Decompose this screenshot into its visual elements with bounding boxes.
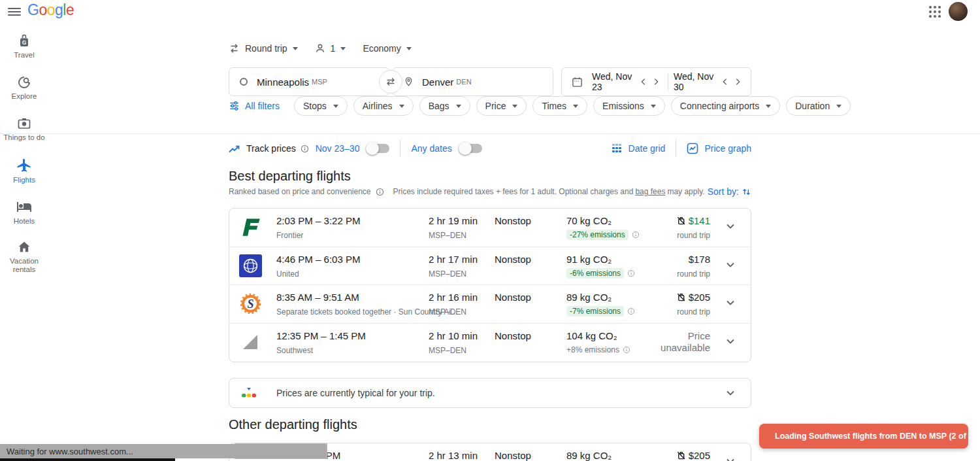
sidebar-item-label: Hotels: [0, 217, 48, 226]
filter-chip-emissions[interactable]: Emissions: [593, 96, 665, 116]
track-prices-toggle[interactable]: [367, 144, 389, 153]
filter-chip-bags[interactable]: Bags: [419, 96, 470, 116]
flight-stops: Nonstop: [495, 254, 566, 265]
toggle-knob: [366, 142, 379, 155]
trip-controls: Round trip 1 Economy: [229, 43, 429, 54]
flight-times: 8:35 AM – 9:51 AM: [276, 292, 429, 303]
price-note: round trip: [677, 231, 710, 240]
info-icon[interactable]: [627, 269, 635, 277]
filter-chip-times[interactable]: Times: [532, 96, 587, 116]
sidebar-item-label: Travel: [0, 51, 48, 60]
filter-chip-airlines[interactable]: Airlines: [353, 96, 414, 116]
return-date[interactable]: Wed, Nov 30: [674, 71, 744, 92]
filter-chip-connecting-airports[interactable]: Connecting airports: [671, 96, 780, 116]
person-icon: [315, 43, 325, 54]
flight-route: MSP–DEN: [429, 346, 495, 355]
flight-duration: 2 hr 13 min: [429, 450, 495, 461]
chevron-left-icon: [721, 77, 730, 86]
flight-duration: 2 hr 16 min: [429, 292, 495, 303]
chevron-down-icon: [651, 105, 656, 108]
sort-arrows-icon: [742, 187, 751, 197]
return-date-prev-button[interactable]: [719, 75, 732, 89]
flight-stops: Nonstop: [495, 330, 566, 341]
origin-field[interactable]: Minneapolis MSP: [229, 67, 389, 96]
info-icon[interactable]: [632, 231, 640, 239]
camera-icon: [17, 116, 31, 131]
all-filters-button[interactable]: All filters: [229, 101, 280, 111]
svg-text:G: G: [22, 39, 27, 46]
emissions-badge: -27% emissions: [566, 230, 629, 240]
trip-type-select[interactable]: Round trip: [229, 43, 298, 54]
sidebar-item-travel[interactable]: G Travel: [0, 34, 48, 60]
hotels-icon: [16, 199, 32, 214]
any-dates-toggle[interactable]: [460, 144, 482, 153]
expand-insight-button[interactable]: [710, 387, 751, 399]
filter-chip-price[interactable]: Price: [476, 96, 527, 116]
flight-airline: Separate tickets booked together · Sun C…: [276, 307, 429, 316]
info-icon[interactable]: [623, 346, 630, 354]
flight-row-united[interactable]: 4:46 PM – 6:03 PM United 2 hr 17 min MSP…: [229, 247, 751, 286]
chevron-right-icon: [733, 77, 742, 86]
chevron-down-icon: [399, 105, 404, 108]
swap-route-button[interactable]: [379, 70, 402, 94]
passengers-select[interactable]: 1: [315, 43, 346, 54]
expand-flight-button[interactable]: [710, 285, 751, 323]
loading-toast-text: Loading Southwest flights from DEN to MS…: [775, 432, 975, 441]
sidebar-item-things-to-do[interactable]: Things to do: [0, 116, 48, 142]
price-graph-button[interactable]: Price graph: [687, 143, 751, 154]
apps-grid-icon[interactable]: [929, 6, 941, 18]
sun-country-logo: S: [239, 292, 262, 315]
flights-icon: [16, 158, 32, 173]
sidebar-item-explore[interactable]: Explore: [0, 75, 48, 101]
flight-co2: 70 kg CO₂: [566, 215, 658, 226]
google-logo[interactable]: Google: [27, 1, 74, 19]
location-pin-icon: [404, 76, 414, 88]
passengers-value: 1: [331, 43, 336, 54]
expand-flight-button[interactable]: [710, 247, 751, 285]
flight-duration: 2 hr 10 min: [429, 330, 495, 341]
bag-fees-link[interactable]: bag fees: [635, 187, 665, 196]
expand-flight-button[interactable]: [710, 443, 751, 461]
best-flights-list: 2:03 PM – 3:22 PM Frontier 2 hr 19 min M…: [229, 208, 751, 362]
depart-date[interactable]: Wed, Nov 23: [592, 71, 662, 92]
info-icon[interactable]: [376, 188, 384, 196]
chevron-down-icon: [725, 220, 736, 232]
flight-stops: Nonstop: [495, 292, 566, 303]
date-grid-icon: [611, 143, 623, 154]
depart-date-next-button[interactable]: [650, 75, 662, 89]
destination-field[interactable]: Denver DEN: [393, 67, 553, 96]
flight-stops: Nonstop: [495, 215, 566, 226]
sidebar-item-hotels[interactable]: Hotels: [0, 199, 48, 226]
cabin-class-select[interactable]: Economy: [363, 43, 411, 54]
filter-chip-stops[interactable]: Stops: [294, 96, 348, 116]
avatar[interactable]: [949, 2, 968, 21]
date-grid-button[interactable]: Date grid: [611, 143, 666, 154]
sidebar-item-vacation-rentals[interactable]: Vacation rentals: [0, 240, 48, 274]
filter-chip-duration[interactable]: Duration: [786, 96, 851, 116]
loading-toast: Loading Southwest flights from DEN to MS…: [759, 424, 968, 449]
menu-icon[interactable]: [8, 6, 21, 18]
price-insight-text: Prices are currently typical for your tr…: [276, 388, 710, 398]
info-icon[interactable]: [627, 307, 635, 315]
track-prices-label: Track prices: [246, 143, 296, 154]
chevron-down-icon: [766, 105, 771, 108]
sidebar-item-flights[interactable]: Flights: [0, 158, 48, 184]
depart-date-prev-button[interactable]: [638, 75, 650, 89]
section-divider: [0, 133, 980, 134]
travel-icon: G: [17, 34, 31, 48]
flight-row-sun-country[interactable]: S 8:35 AM – 9:51 AM Separate tickets boo…: [229, 285, 751, 324]
sort-by-button[interactable]: Sort by:: [708, 186, 751, 197]
expand-flight-button[interactable]: [710, 324, 751, 362]
info-icon[interactable]: [301, 145, 309, 153]
flight-co2: 91 kg CO₂: [566, 254, 658, 265]
flight-row-frontier[interactable]: 2:03 PM – 3:22 PM Frontier 2 hr 19 min M…: [229, 209, 751, 247]
expand-flight-button[interactable]: [710, 209, 751, 247]
flight-times: 2:03 PM – 3:22 PM: [276, 215, 429, 226]
return-date-next-button[interactable]: [732, 75, 744, 89]
track-date-range: Nov 23–30: [316, 143, 360, 154]
flight-row-southwest[interactable]: 12:35 PM – 1:45 PM Southwest 2 hr 10 min…: [229, 324, 751, 362]
flight-route: MSP–DEN: [429, 231, 495, 240]
destination-city: Denver: [422, 77, 453, 88]
price-insight-banner[interactable]: Prices are currently typical for your tr…: [229, 378, 751, 408]
sidebar-item-label: Things to do: [0, 133, 48, 142]
